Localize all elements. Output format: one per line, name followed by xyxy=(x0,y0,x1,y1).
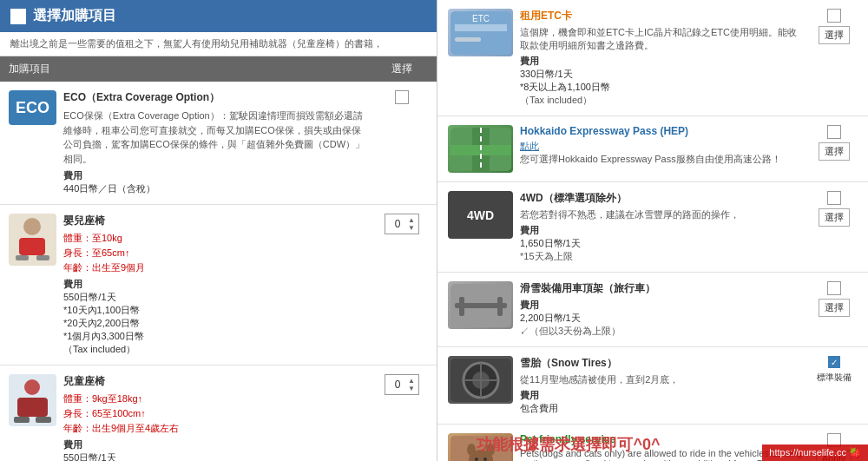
etc-price3: （Tax included） xyxy=(520,94,803,107)
eco-price: 440日幣／日（含稅） xyxy=(63,182,369,195)
child-seat-qty-num: 0 xyxy=(389,379,406,391)
child-seat-price1: 550日幣/1天 xyxy=(63,451,369,461)
svg-point-34 xyxy=(486,444,495,456)
4wd-price1: 1,650日幣/1天 xyxy=(520,237,803,250)
4wd-checkbox[interactable] xyxy=(827,191,841,205)
left-header-title: 選擇加購項目 xyxy=(33,7,116,25)
baby-seat-spec3: 年齡：出生至9個月 xyxy=(63,261,369,274)
baby-seat-qty-control[interactable]: 0 ▲ ▼ xyxy=(385,214,419,234)
eco-content: ECO（Extra Coverage Option） ECO保保（Extra C… xyxy=(63,90,369,195)
baby-seat-price1: 550日幣/1天 xyxy=(63,291,369,304)
list-item: 雪胎（Snow Tires） 從11月聖地感請被使用，直到2月底， 費用 包含費… xyxy=(437,347,868,425)
svg-rect-15 xyxy=(455,24,507,31)
qty-down-arrow[interactable]: ▼ xyxy=(408,224,415,232)
child-seat-title: 兒童座椅 xyxy=(63,374,369,389)
watermark: https://nurselife.cc 🍓 xyxy=(762,445,868,461)
left-items-list: ECO ECO（Extra Coverage Option） ECO保保（Ext… xyxy=(0,82,437,461)
4wd-fee-label: 費用 xyxy=(520,224,803,237)
rack-select-button[interactable]: 選擇 xyxy=(819,299,850,317)
eco-desc: ECO保保（Extra Coverage Option）：駕駛因違情理而損毀需額… xyxy=(63,109,369,166)
left-panel: 選擇加購項目 離出境之前是一些需要的值租之下，無駕人有使用幼兒用補助就器（兒童座… xyxy=(0,0,437,461)
baby-seat-img xyxy=(9,214,56,268)
child-seat-spec1: 體重：9kg至18kg↑ xyxy=(63,392,369,405)
snow-standard-badge: 標準裝備 xyxy=(817,372,852,384)
4wd-price2: *15天為上限 xyxy=(520,250,803,263)
etc-select-col: 選擇 xyxy=(810,9,858,44)
child-seat-spec3: 年齡：出生9個月至4歲左右 xyxy=(63,422,369,435)
4wd-select-button[interactable]: 選擇 xyxy=(819,208,850,227)
svg-rect-8 xyxy=(14,417,30,423)
list-item: 兒童座椅 體重：9kg至18kg↑ 身長：65至100cm↑ 年齡：出生9個月至… xyxy=(0,366,437,461)
hep-select-button[interactable]: 選擇 xyxy=(819,142,850,161)
snow-select-col: ✓ 標準裝備 xyxy=(810,356,858,384)
rack-checkbox[interactable] xyxy=(827,281,841,295)
child-seat-qty-control[interactable]: 0 ▲ ▼ xyxy=(385,374,419,395)
4wd-select-col: 選擇 xyxy=(810,191,858,227)
child-seat-fee-label: 費用 xyxy=(63,438,369,451)
etc-price2: *8天以上為1,100日幣 xyxy=(520,81,803,94)
child-seat-spec2: 身長：65至100cm↑ xyxy=(63,407,369,420)
rack-content: 滑雪裝備用車頂架（旅行車） 費用 2,200日幣/1天 ↙（但以3天份為上限） xyxy=(520,281,803,338)
baby-seat-price5: （Tax included） xyxy=(63,343,369,356)
hep-title: Hokkaido Expressway Pass (HEP) xyxy=(520,125,803,137)
4wd-desc: 若您若對得不熟悉，建議在冰雪豐厚的路面的操作， xyxy=(520,208,803,221)
left-subtext: 離出境之前是一些需要的值租之下，無駕人有使用幼兒用補助就器（兒童座椅）的書籍， xyxy=(0,32,437,56)
rack-title: 滑雪裝備用車頂架（旅行車） xyxy=(520,281,803,296)
svg-rect-3 xyxy=(16,255,29,260)
list-item: ECO ECO（Extra Coverage Option） ECO保保（Ext… xyxy=(0,82,437,205)
baby-seat-content: 嬰兒座椅 體重：至10kg 身長：至65cm↑ 年齡：出生至9個月 費用 550… xyxy=(63,214,369,356)
pet-icon xyxy=(450,436,511,462)
left-header: 選擇加購項目 xyxy=(0,0,437,32)
baby-seat-price2: *10天內1,100日幣 xyxy=(63,304,369,317)
pet-title: Pet friendly service xyxy=(520,433,803,445)
list-item: Hokkaido Expressway Pass (HEP) 點此 您可選擇Ho… xyxy=(437,116,868,182)
baby-seat-spec1: 體重：至10kg xyxy=(63,232,369,245)
snow-price1: 包含費用 xyxy=(520,402,803,415)
etc-content: 租用ETC卡 這個牌，機會即和並ETC卡上IC晶片和記錄之ETC使用明細。能收取… xyxy=(520,9,803,107)
pet-desc: Pets(dogs and cats only) are allowed to … xyxy=(520,448,803,461)
etc-select-button[interactable]: 選擇 xyxy=(819,26,850,44)
hep-checkbox[interactable] xyxy=(827,125,841,139)
baby-seat-price4: *1個月內3,300日幣 xyxy=(63,330,369,343)
eco-checkbox[interactable] xyxy=(395,90,409,104)
list-item: 4WD 4WD（標準選項除外） 若您若對得不熟悉，建議在冰雪豐厚的路面的操作， … xyxy=(437,182,868,273)
hep-select-col: 選擇 xyxy=(810,125,858,161)
snow-img xyxy=(448,356,513,404)
hep-road-icon xyxy=(450,128,511,171)
rack-img xyxy=(448,281,513,329)
baby-seat-qty-num: 0 xyxy=(389,218,406,230)
snow-content: 雪胎（Snow Tires） 從11月聖地感請被使用，直到2月底， 費用 包含費… xyxy=(520,356,803,415)
list-item: 滑雪裝備用車頂架（旅行車） 費用 2,200日幣/1天 ↙（但以3天份為上限） … xyxy=(437,273,868,347)
qty-down-arrow[interactable]: ▼ xyxy=(408,385,415,392)
child-seat-content: 兒童座椅 體重：9kg至18kg↑ 身長：65至100cm↑ 年齡：出生9個月至… xyxy=(63,374,369,461)
rack-icon xyxy=(450,284,511,327)
4wd-img: 4WD xyxy=(448,191,513,239)
svg-point-35 xyxy=(475,458,478,461)
qty-up-arrow[interactable]: ▲ xyxy=(408,377,415,385)
etc-title: 租用ETC卡 xyxy=(520,9,803,23)
svg-rect-7 xyxy=(17,398,48,417)
col-name-header: 加購項目 xyxy=(9,62,376,76)
baby-seat-price3: *20天內2,200日幣 xyxy=(63,317,369,330)
right-panel: ETC 租用ETC卡 這個牌，機會即和並ETC卡上IC晶片和記錄之ETC使用明細… xyxy=(437,0,868,461)
hep-content: Hokkaido Expressway Pass (HEP) 點此 您可選擇Ho… xyxy=(520,125,803,168)
4wd-content: 4WD（標準選項除外） 若您若對得不熟悉，建議在冰雪豐厚的路面的操作， 費用 1… xyxy=(520,191,803,263)
list-item: 嬰兒座椅 體重：至10kg 身長：至65cm↑ 年齡：出生至9個月 費用 550… xyxy=(0,205,437,366)
baby-seat-icon xyxy=(9,214,56,266)
4wd-title: 4WD（標準選項除外） xyxy=(520,191,803,206)
svg-point-6 xyxy=(24,379,40,395)
rack-price2: ↙（但以3天份為上限） xyxy=(520,325,803,338)
eco-title: ECO（Extra Coverage Option） xyxy=(63,90,369,105)
hep-link[interactable]: 點此 xyxy=(520,141,539,151)
child-seat-qty-arrows[interactable]: ▲ ▼ xyxy=(408,377,415,392)
svg-rect-2 xyxy=(19,238,45,255)
snow-desc: 從11月聖地感請被使用，直到2月底， xyxy=(520,373,803,386)
etc-checkbox[interactable] xyxy=(827,9,841,23)
baby-seat-qty-arrows[interactable]: ▲ ▼ xyxy=(408,216,415,232)
child-seat-icon xyxy=(9,374,56,426)
svg-rect-24 xyxy=(459,297,464,316)
qty-up-arrow[interactable]: ▲ xyxy=(408,216,415,224)
child-seat-qty-col: 0 ▲ ▼ xyxy=(376,374,428,395)
snow-title: 雪胎（Snow Tires） xyxy=(520,356,803,371)
svg-rect-9 xyxy=(36,417,51,423)
